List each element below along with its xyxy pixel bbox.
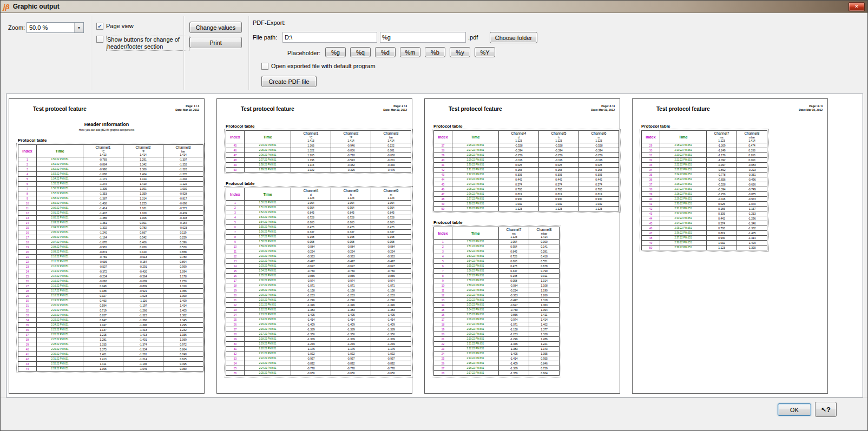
value-cell: 0.603 xyxy=(331,220,371,225)
channel-name: Channel8 xyxy=(529,228,559,232)
time-cell: 2:34:22 PM.651 xyxy=(245,143,291,148)
value-cell: 0.930 xyxy=(499,197,539,202)
time-cell: 2:30:22 PM.651 xyxy=(37,352,83,357)
value-cell: 1.413 xyxy=(83,357,123,362)
index-cell: 50 xyxy=(642,246,660,250)
value-cell: 0.972 xyxy=(163,342,203,347)
value-cell: 0.911 xyxy=(529,274,560,279)
value-cell: 0.222 xyxy=(371,143,411,148)
value-cell: 0.999 xyxy=(163,264,203,269)
value-cell: 0.530 xyxy=(163,245,203,250)
placeholder-b-button[interactable]: %b xyxy=(425,47,445,57)
table-row: 342:23:22 PM.6510.947-1.3661.345 xyxy=(18,318,203,323)
value-cell: 1.286 xyxy=(529,337,560,342)
index-cell: 2 xyxy=(226,205,245,210)
index-cell: 17 xyxy=(18,235,37,240)
table-row: 71:56:22 PM.6510.3370.3370.337 xyxy=(226,230,411,235)
value-cell: -0.593 xyxy=(331,158,371,163)
index-cell: 50 xyxy=(434,207,452,211)
open-exported-label: Open exported file with default program xyxy=(271,63,376,70)
index-cell: 16 xyxy=(18,230,37,235)
table-row: 222:11:22 PM.651-1.3461.221 xyxy=(434,342,560,347)
value-cell: 0.729 xyxy=(529,366,560,371)
show-buttons-checkbox[interactable]: ✔ xyxy=(96,36,103,43)
value-cell: -1.158 xyxy=(499,327,529,332)
placeholder-y-button[interactable]: %y xyxy=(450,47,470,57)
index-cell: 35 xyxy=(642,173,660,177)
table-row: 71:56:22 PM.651-1.3051.391-1.030 xyxy=(18,187,203,191)
dropdown-arrow-icon[interactable]: ▼ xyxy=(74,23,83,32)
value-cell: -1.240 xyxy=(83,230,123,235)
page-view-checkbox[interactable]: ✔ xyxy=(96,23,103,30)
value-cell: -1.386 xyxy=(83,216,123,221)
time-cell: 1:52:22 PM.651 xyxy=(245,210,291,215)
zoom-select[interactable]: 50.0 % ▼ xyxy=(27,22,84,33)
value-cell: -0.656 xyxy=(371,371,411,376)
time-cell: 2:25:22 PM.651 xyxy=(245,371,291,376)
value-cell: -0.116 xyxy=(539,158,579,163)
header-row: IndexTimeChannel4d1.123Channel5h1.123Cha… xyxy=(226,188,411,201)
value-cell: 1.380 xyxy=(123,167,163,172)
time-cell: 2:15:22 PM.651 xyxy=(37,279,83,284)
value-cell: 1.123 xyxy=(539,207,579,211)
value-cell: -0.224 xyxy=(499,288,529,293)
time-cell: 2:18:22 PM.651 xyxy=(660,143,707,148)
value-cell: 1.356 xyxy=(163,289,203,294)
value-cell: -1.092 xyxy=(707,158,737,163)
filename-input[interactable] xyxy=(380,32,466,43)
titlebar[interactable]: jβ Graphic output ✕ xyxy=(1,1,867,13)
time-cell: 2:03:22 PM.651 xyxy=(37,221,83,226)
folder-path-input[interactable] xyxy=(282,32,377,43)
close-button[interactable]: ✕ xyxy=(849,2,865,11)
table-row: 362:25:22 PM.6511.137-1.4131.232 xyxy=(18,328,203,333)
table-row: 482:37:22 PM.6511.196-0.593-0.201 xyxy=(226,158,411,163)
table-row: 162:05:22 PM.651-0.8661.411 xyxy=(434,313,560,317)
table-row: 242:13:22 PM.651-1.405-1.405-1.405 xyxy=(226,313,411,317)
value-cell: 0.418 xyxy=(529,254,560,259)
value-cell: -0.497 xyxy=(331,259,371,264)
print-button[interactable]: Print xyxy=(189,37,242,48)
value-cell: 1.310 xyxy=(163,284,203,289)
protocol-table-label: Protocol table xyxy=(433,220,620,225)
context-help-button[interactable]: ↖? xyxy=(815,402,837,417)
time-cell: 1:54:22 PM.651 xyxy=(37,177,83,182)
change-values-button[interactable]: Change values xyxy=(189,22,242,33)
table-row: 152:04:22 PM.651-0.7501.394 xyxy=(434,308,560,313)
value-cell: 1.314 xyxy=(123,196,163,201)
page-head: Test protocol featurePage: 1 / 4Date: Ma… xyxy=(9,99,204,117)
channel-max: 1.414 xyxy=(529,235,559,238)
toolbar: Zoom: 50.0 % ▼ ✔ Page view ✔ Show button… xyxy=(1,13,867,94)
placeholder-g-button[interactable]: %g xyxy=(325,47,346,57)
placeholder-m-button[interactable]: %m xyxy=(400,47,420,57)
value-cell: -0.769 xyxy=(83,157,123,162)
create-pdf-button[interactable]: Create PDF file xyxy=(261,76,317,87)
choose-folder-button[interactable]: Choose folder xyxy=(490,32,537,43)
value-cell: -1.086 xyxy=(83,172,123,177)
header-information: Header InformationHere you can add jBEAM… xyxy=(9,122,204,131)
page-preview: Test protocol featurePage: 1 / 4Date: Ma… xyxy=(9,98,205,394)
index-cell: 29 xyxy=(226,337,245,342)
value-cell: -1.136 xyxy=(123,362,163,367)
channel-header: Channel3bar1.414 xyxy=(163,145,203,157)
value-cell: -1.302 xyxy=(83,226,123,230)
table-row: 452:34:22 PM.6510.574-1.346 xyxy=(642,221,767,226)
index-cell: 28 xyxy=(226,332,245,337)
placeholder-Y-button[interactable]: %Y xyxy=(475,47,495,57)
time-cell: 2:04:22 PM.651 xyxy=(452,308,499,313)
table-row: 132:02:22 PM.651-1.3861.006-0.303 xyxy=(18,216,203,221)
value-cell: 0.574 xyxy=(539,182,579,187)
open-exported-checkbox[interactable]: ✔ xyxy=(261,63,268,70)
value-cell: -0.571 xyxy=(163,206,203,211)
time-header: Time xyxy=(37,145,83,157)
index-cell: 42 xyxy=(18,357,37,362)
value-cell: 0.058 xyxy=(331,240,371,244)
table-row: 192:08:22 PM.651-1.158-1.158-1.158 xyxy=(226,288,411,293)
placeholder-q-button[interactable]: %q xyxy=(350,47,371,57)
index-cell: 14 xyxy=(18,221,37,226)
index-cell: 38 xyxy=(642,187,660,192)
placeholder-d-button[interactable]: %d xyxy=(375,47,396,57)
time-cell: 2:29:22 PM.651 xyxy=(37,347,83,352)
ok-button[interactable]: OK xyxy=(778,403,811,416)
channel-header: Channel2°F1.414 xyxy=(123,145,163,157)
time-cell: 2:35:22 PM.651 xyxy=(245,148,291,153)
